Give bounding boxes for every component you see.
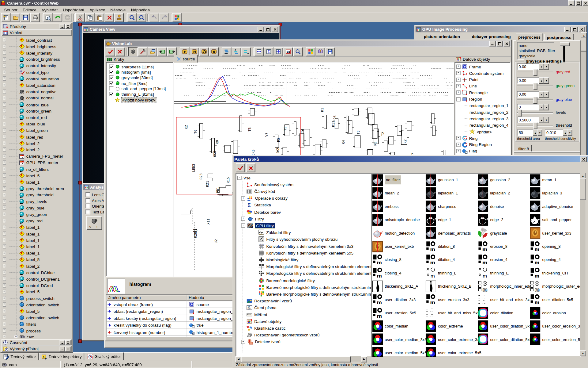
scroll-down-button[interactable]: ▼ <box>580 350 586 356</box>
gpu-tab-debayer-processing[interactable]: debayer processing <box>472 34 511 39</box>
filter-thinning_L[interactable]: mthinning_L <box>426 267 456 279</box>
filter-color_extreme[interactable]: color_extreme <box>426 320 463 332</box>
filter-mean_1[interactable]: mean_1 <box>530 174 556 186</box>
build-button[interactable] <box>53 13 62 22</box>
vzhled-header[interactable]: Vzhled <box>2 29 72 36</box>
tree-item-label_1[interactable]: label_1 <box>2 237 72 243</box>
gpu-vslider-thumb[interactable] <box>560 42 570 46</box>
undo-button[interactable] <box>150 13 159 22</box>
analysis-toggle-button[interactable]: 0 I <box>86 216 102 230</box>
checkbox[interactable] <box>85 209 90 214</box>
gpu-filter-option-none[interactable]: none <box>518 43 554 48</box>
filter-edge_1[interactable]: edge_1 <box>426 214 451 226</box>
scroll-left-button[interactable]: ◀ <box>236 356 242 362</box>
filter-user_erosion_3x3[interactable]: muser_erosion_3x3 <box>426 293 469 305</box>
menu-aplikace[interactable]: Aplikace <box>87 6 108 13</box>
casovani-header[interactable]: Časování <box>2 339 72 346</box>
step-thinning_L[interactable]: thinning_L [81ms] <box>109 92 154 97</box>
tree-item-gray_levels[interactable]: gray_levels <box>2 198 72 205</box>
paleta-item-morphologicke-filtry-s-definovatelnym-strukturnim-elementem-5x5[interactable]: Morphologické filtry s definovatelným st… <box>258 270 372 277</box>
datove-item-Line[interactable]: +Line <box>456 83 477 89</box>
filter-opening_4[interactable]: mopening_4 <box>530 254 560 266</box>
spin-down-button[interactable]: ▼ <box>544 104 549 110</box>
tree-item-label_saturation[interactable]: label_saturation <box>2 82 72 88</box>
paleta-item-klasifikace-castic[interactable]: Klasifikace částic <box>246 325 285 332</box>
gpu-filter-list[interactable]: nonestatistical_RGB_filtergrayscale <box>517 42 554 59</box>
pan-button[interactable] <box>128 47 138 56</box>
tree-item-GPU_FPS_meter[interactable]: 123GPU_FPS_meter <box>2 159 72 166</box>
spin-up-button[interactable]: ▲ <box>539 91 544 98</box>
insert-end-button[interactable] <box>242 47 251 56</box>
checkbox[interactable] <box>85 192 90 197</box>
expander-icon[interactable]: - <box>237 176 241 180</box>
datove-item-Ring[interactable]: +Ring <box>456 135 477 141</box>
spin-down-button[interactable]: ▼ <box>567 129 572 136</box>
menu-nastroje[interactable]: Nástroje <box>108 6 128 13</box>
paleta-item-rozpoznavani-geometrickych-vzoru[interactable]: Rozpoznávání geometrických vzorů <box>246 332 319 338</box>
tab-textov-editor[interactable]: Textový editor <box>1 353 39 360</box>
filter-dilation_4[interactable]: mdilation_4 <box>426 254 455 266</box>
filter-user_color_dilation_5x5[interactable]: user_color_dilation_5x5 <box>478 333 532 345</box>
datove-item-Frame[interactable]: +Frame <box>456 64 481 69</box>
paleta-item-operace-s-obrazy[interactable]: +Operace s obrazy <box>246 195 287 201</box>
tree-item-label_intensity[interactable]: label_intensity <box>2 50 72 56</box>
paleta-item-statistika[interactable]: ΣStatistika <box>246 202 271 209</box>
filter-user_kernel_3x3[interactable]: user_kernel_3x3 <box>530 227 571 239</box>
filter-mean_2[interactable]: mean_2 <box>372 187 399 199</box>
filter-user_color_median_3x3[interactable]: user_color_median_3x3 <box>372 333 427 345</box>
copy-button[interactable] <box>85 13 95 22</box>
paleta-item-barevne-morphologicke-filtry-s-definovatelnym-strukturnim-elementem-5x5[interactable]: Barevné morphologické filtry s definovat… <box>258 291 372 297</box>
fit-page-button[interactable] <box>274 47 283 56</box>
stop-button[interactable]: STOP <box>62 13 72 22</box>
slider-gray-blue[interactable] <box>517 99 553 101</box>
maximize-button[interactable] <box>265 26 271 32</box>
pal-confirm-button[interactable]: x <box>236 163 245 172</box>
menu-napoveda[interactable]: Nápověda <box>128 6 153 13</box>
datove-item-rectangular_region_3[interactable]: rectangular_region_3 <box>465 116 508 121</box>
spin-up-button[interactable]: ▲ <box>539 117 544 123</box>
gpu-tab-picture-orientation[interactable]: picture orientation <box>424 34 460 39</box>
filter-color_median[interactable]: color_median <box>372 320 409 332</box>
source-tab[interactable]: source <box>174 55 198 63</box>
expander-icon[interactable]: + <box>456 90 460 94</box>
tree-item-control_DCgreen1[interactable]: control_DCgreen1 <box>2 276 72 282</box>
print-button[interactable] <box>30 13 40 22</box>
open-image-button[interactable] <box>148 47 157 56</box>
paleta-item-konvolucni-filtry-s-definovatelnym-kernelem-3x3[interactable]: 01334Konvoluční filtry s definovatelným … <box>258 243 353 249</box>
delete-button[interactable] <box>105 13 114 22</box>
paleta-item-carovy-kod[interactable]: Čárový kód <box>246 188 275 195</box>
tree-item-label_1[interactable]: label_1 <box>2 231 72 237</box>
filter-user_color_extreme_5x5[interactable]: user_color_extreme_5x5 <box>426 347 481 357</box>
paleta-item-cteni-pisma[interactable]: AB123-4Čtení písma <box>246 305 276 311</box>
tree-item-label_5[interactable]: label_5 <box>2 289 72 295</box>
filter-morphologic_inner_edge[interactable]: mmorphologic_inner_edge <box>478 280 533 292</box>
filter-user_kernel_5x5[interactable]: user_kernel_5x5 <box>372 240 414 252</box>
tree-item-process[interactable]: process <box>2 328 72 334</box>
paleta-item-morfologicke-filtry[interactable]: Morfologické filtry <box>258 257 299 263</box>
minimize-button[interactable] <box>568 0 575 6</box>
tree-item-control_DCblue[interactable]: control_DCblue <box>2 269 72 276</box>
step-histogram[interactable]: histogram [6ms] <box>109 70 151 75</box>
scroll-thumb[interactable] <box>241 356 351 362</box>
tree-item-label_2[interactable]: label_2 <box>2 263 72 269</box>
step-salt_and_pepper[interactable]: salt_and_pepper [13ms] <box>109 86 166 91</box>
maximize-button[interactable] <box>571 26 578 32</box>
param-value-2[interactable]: rectangular_region_1 <box>189 308 236 315</box>
filter-user_dilation_5x5[interactable]: muser_dilation_5x5 <box>530 293 573 305</box>
stop-run-button[interactable] <box>209 47 219 56</box>
filter-erosion_4[interactable]: merosion_4 <box>478 254 507 266</box>
tree-item-label_brightness[interactable]: label_brightness <box>2 43 72 50</box>
paleta-item-gpu-filtry[interactable]: -GPU filtry <box>246 222 275 229</box>
maximize-button[interactable] <box>575 0 582 6</box>
tree-item-label_5[interactable]: label_5 <box>2 256 72 263</box>
filter-grayscale[interactable]: grayscale <box>478 227 507 239</box>
paleta-item-rozpoznavani-vzoru[interactable]: Rozpoznávání vzorů <box>246 298 292 304</box>
filter-thickening_SKIZ_A[interactable]: thickening_SKIZ_A <box>372 280 418 292</box>
tree-item-label_1[interactable]: label_1 <box>2 224 72 231</box>
analysis-check-1[interactable]: Lens Ca <box>85 192 107 197</box>
filter-user_color_erosion_5x5[interactable]: user_color_erosion_5x5 <box>530 333 580 345</box>
param-value-1[interactable]: source <box>189 301 209 308</box>
tree-item-control_type[interactable]: ABCcontrol_type <box>2 69 72 75</box>
visionlab-title-bar[interactable]: VisionLab <box>105 40 511 47</box>
slider-thumb[interactable] <box>533 122 537 129</box>
